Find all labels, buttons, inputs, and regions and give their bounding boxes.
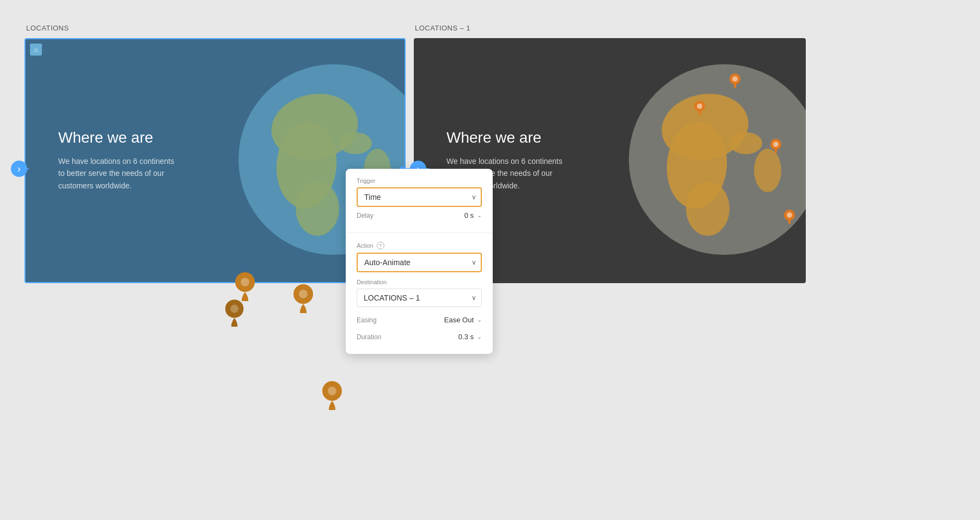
slide-left-title: Where we are xyxy=(58,129,178,146)
easing-value: Ease Out xyxy=(444,316,474,324)
action-select-box[interactable]: Auto-Animate Navigate To Open Link xyxy=(357,253,482,272)
action-section: Action ? Auto-Animate Navigate To Open L… xyxy=(346,233,493,354)
svg-point-22 xyxy=(241,278,249,286)
action-select[interactable]: Auto-Animate Navigate To Open Link xyxy=(357,253,482,272)
trigger-section: Trigger Time On Click On Hover Delay 0 s… xyxy=(346,169,493,233)
delay-value-container[interactable]: 0 s ⌄ xyxy=(464,211,482,219)
arrow-left-button[interactable] xyxy=(11,161,27,177)
globe-right xyxy=(621,56,806,265)
location-pin-3 xyxy=(223,298,246,327)
destination-container: Destination LOCATIONS – 1 xyxy=(357,279,482,307)
delay-row: Delay 0 s ⌄ xyxy=(357,207,482,224)
slide-left-description: We have locations on 6 continents to bet… xyxy=(58,155,178,192)
slide-left-content: Where we are We have locations on 6 cont… xyxy=(58,129,178,192)
home-icon xyxy=(30,44,42,56)
action-label: Action xyxy=(357,242,373,249)
location-pin-1 xyxy=(233,271,258,301)
duration-value-container[interactable]: 0.3 s ⌄ xyxy=(458,333,482,341)
trigger-label: Trigger xyxy=(357,178,482,184)
svg-point-16 xyxy=(697,103,702,109)
location-pin-4 xyxy=(320,380,345,410)
svg-point-24 xyxy=(299,290,308,298)
svg-point-28 xyxy=(328,387,336,395)
svg-point-26 xyxy=(230,305,238,313)
svg-point-20 xyxy=(787,212,792,218)
action-label-row: Action ? xyxy=(357,242,482,249)
duration-label: Duration xyxy=(357,333,381,341)
easing-row: Easing Ease Out ⌄ xyxy=(357,311,482,328)
svg-point-14 xyxy=(732,76,738,82)
duration-chevron: ⌄ xyxy=(477,333,482,340)
delay-chevron: ⌄ xyxy=(477,212,482,219)
delay-label: Delay xyxy=(357,212,373,219)
destination-label: Destination xyxy=(357,279,482,285)
trigger-select[interactable]: Time On Click On Hover xyxy=(357,187,482,207)
svg-point-12 xyxy=(686,181,730,236)
duration-value: 0.3 s xyxy=(458,333,474,341)
easing-chevron: ⌄ xyxy=(477,316,482,323)
destination-select[interactable]: LOCATIONS – 1 xyxy=(357,289,482,307)
svg-point-11 xyxy=(754,149,781,192)
svg-point-10 xyxy=(730,132,762,154)
trigger-select-box[interactable]: Time On Click On Hover xyxy=(357,187,482,207)
slide-right-label: LOCATIONS – 1 xyxy=(415,24,470,32)
slide-left-label: LOCATIONS xyxy=(26,24,69,32)
destination-select-box[interactable]: LOCATIONS – 1 xyxy=(357,289,482,307)
duration-row: Duration 0.3 s ⌄ xyxy=(357,328,482,345)
easing-label: Easing xyxy=(357,316,377,324)
svg-point-5 xyxy=(296,181,339,236)
delay-value: 0 s xyxy=(464,211,474,219)
slide-right-title: Where we are xyxy=(446,129,566,146)
location-pin-2 xyxy=(291,283,316,313)
svg-point-3 xyxy=(339,132,372,154)
easing-value-container[interactable]: Ease Out ⌄ xyxy=(444,316,482,324)
action-help-icon[interactable]: ? xyxy=(377,242,384,249)
interaction-panel: Trigger Time On Click On Hover Delay 0 s… xyxy=(346,169,493,354)
svg-point-18 xyxy=(773,142,779,147)
